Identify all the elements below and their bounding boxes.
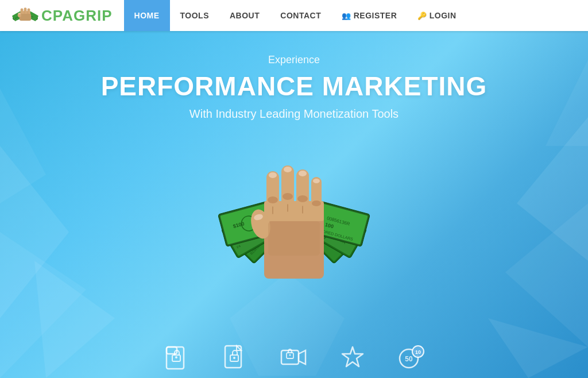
svg-marker-18 bbox=[0, 88, 46, 203]
hero-subtitle: With Industry Leading Monetization Tools bbox=[101, 107, 488, 121]
star-rating-icon bbox=[338, 342, 368, 372]
svg-marker-23 bbox=[546, 60, 588, 146]
svg-point-15 bbox=[18, 13, 21, 14]
svg-rect-75 bbox=[167, 347, 184, 369]
svg-marker-21 bbox=[505, 203, 588, 347]
nav-label-home: HOME bbox=[134, 11, 160, 20]
hero-eyebrow: Experience bbox=[101, 54, 488, 66]
logo-text: CPAGRIP bbox=[41, 7, 113, 25]
nav-label-login: LOGIN bbox=[430, 11, 457, 20]
nav-item-login[interactable]: 🔑 LOGIN bbox=[407, 0, 466, 31]
hero-section: Experience PERFORMANCE MARKETING With In… bbox=[0, 31, 588, 378]
badge-counter-icon: 50 10 bbox=[396, 342, 426, 372]
svg-marker-85 bbox=[342, 347, 363, 367]
svg-marker-20 bbox=[517, 117, 588, 261]
fist-illustration: $100 BZ9856 100 F4 $100 $100 bbox=[196, 132, 392, 293]
login-icon: 🔑 bbox=[417, 11, 427, 20]
svg-point-72 bbox=[284, 167, 292, 172]
lock-file-icon bbox=[162, 342, 192, 372]
logo[interactable]: $100 $100 CPAGRIP bbox=[11, 3, 113, 28]
svg-point-63 bbox=[312, 200, 321, 206]
lock-video-icon bbox=[279, 342, 309, 372]
svg-text:50: 50 bbox=[405, 355, 413, 363]
svg-point-73 bbox=[299, 171, 307, 176]
hero-text-area: Experience PERFORMANCE MARKETING With In… bbox=[101, 54, 488, 121]
lock-doc-icon bbox=[220, 342, 250, 372]
svg-rect-66 bbox=[264, 253, 324, 279]
nav-links: HOME TOOLS ABOUT CONTACT 👥 REGISTER 🔑 LO… bbox=[124, 0, 577, 31]
nav-label-about: ABOUT bbox=[230, 11, 260, 20]
nav-label-contact: CONTACT bbox=[280, 11, 321, 20]
nav-item-about[interactable]: ABOUT bbox=[219, 0, 270, 31]
nav-item-tools[interactable]: TOOLS bbox=[170, 0, 219, 31]
svg-point-62 bbox=[297, 195, 308, 202]
svg-point-61 bbox=[283, 193, 293, 200]
logo-fist-icon: $100 $100 bbox=[11, 3, 39, 28]
nav-item-contact[interactable]: CONTACT bbox=[270, 0, 331, 31]
nav-label-register: REGISTER bbox=[354, 11, 397, 20]
svg-rect-67 bbox=[268, 221, 320, 256]
svg-point-74 bbox=[313, 179, 320, 183]
register-icon: 👥 bbox=[342, 11, 351, 20]
svg-point-71 bbox=[269, 172, 277, 178]
svg-marker-19 bbox=[34, 261, 115, 378]
nav-item-home[interactable]: HOME bbox=[124, 0, 170, 31]
fist-money-svg: $100 BZ9856 100 F4 $100 $100 bbox=[196, 132, 392, 293]
svg-point-81 bbox=[233, 357, 235, 359]
svg-rect-7 bbox=[20, 14, 31, 21]
svg-marker-22 bbox=[488, 318, 588, 378]
navbar: $100 $100 CPAGRIP HOME TOOLS bbox=[0, 0, 588, 31]
svg-point-84 bbox=[289, 354, 291, 356]
svg-point-78 bbox=[175, 356, 177, 358]
svg-point-60 bbox=[268, 196, 278, 203]
nav-label-tools: TOOLS bbox=[180, 11, 209, 20]
bottom-icons-bar: 50 10 bbox=[162, 342, 426, 372]
hero-title: PERFORMANCE MARKETING bbox=[101, 71, 488, 102]
svg-text:10: 10 bbox=[415, 349, 421, 355]
nav-item-register[interactable]: 👥 REGISTER bbox=[331, 0, 407, 31]
svg-marker-16 bbox=[0, 146, 69, 318]
svg-marker-17 bbox=[0, 232, 86, 378]
